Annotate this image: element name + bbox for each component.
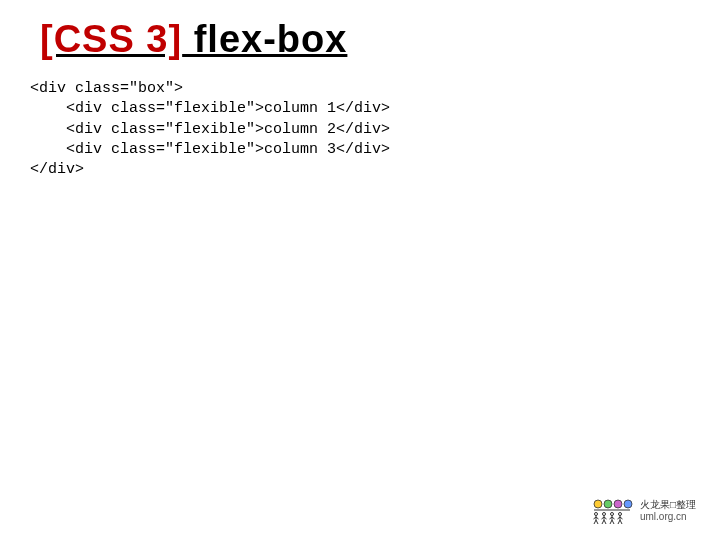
footer-branding: 火龙果□整理 uml.org.cn bbox=[590, 496, 696, 526]
svg-line-27 bbox=[618, 520, 620, 524]
svg-line-22 bbox=[612, 520, 614, 524]
code-line: <div class="flexible">column 2</div> bbox=[30, 120, 680, 140]
title-label: flex-box bbox=[182, 18, 347, 60]
code-line: <div class="flexible">column 3</div> bbox=[30, 140, 680, 160]
title-bracket: [CSS 3] bbox=[40, 18, 182, 60]
svg-point-1 bbox=[594, 500, 602, 508]
svg-line-16 bbox=[604, 520, 606, 524]
svg-line-10 bbox=[596, 520, 598, 524]
slide-title: [CSS 3] flex-box bbox=[40, 18, 680, 61]
uml-logo-icon bbox=[590, 496, 634, 526]
code-line: <div class="flexible">column 1</div> bbox=[30, 99, 680, 119]
code-line: </div> bbox=[30, 160, 680, 180]
footer-line2: uml.org.cn bbox=[640, 511, 696, 523]
svg-point-4 bbox=[624, 500, 632, 508]
code-line: <div class="box"> bbox=[30, 79, 680, 99]
svg-point-17 bbox=[610, 513, 613, 516]
svg-point-2 bbox=[604, 500, 612, 508]
svg-point-11 bbox=[602, 513, 605, 516]
svg-line-21 bbox=[610, 520, 612, 524]
svg-point-3 bbox=[614, 500, 622, 508]
svg-line-9 bbox=[594, 520, 596, 524]
svg-line-28 bbox=[620, 520, 622, 524]
svg-point-23 bbox=[618, 513, 621, 516]
svg-line-15 bbox=[602, 520, 604, 524]
footer-line1: 火龙果□整理 bbox=[640, 499, 696, 511]
svg-point-5 bbox=[594, 513, 597, 516]
code-example: <div class="box"> <div class="flexible">… bbox=[30, 79, 680, 180]
